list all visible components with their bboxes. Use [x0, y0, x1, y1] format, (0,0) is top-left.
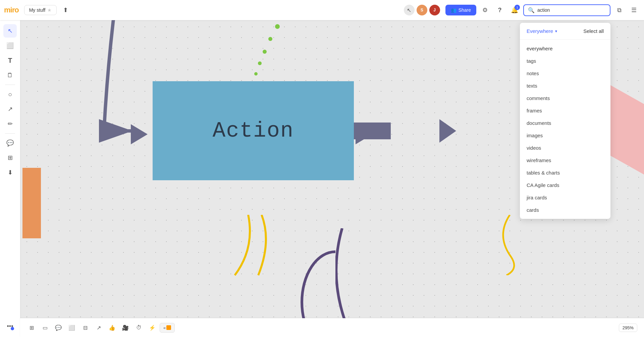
share-icon: 👥: [451, 7, 457, 13]
tool-frame[interactable]: ⊞: [3, 151, 17, 164]
my-stuff-button[interactable]: My stuff ★: [24, 5, 57, 15]
upload-button[interactable]: ⬆: [59, 4, 71, 16]
search-bar: 🔍: [523, 4, 610, 16]
chevron-down-icon: ▾: [555, 29, 557, 34]
dropdown-item-everywhere[interactable]: everywhere: [520, 42, 610, 55]
video-icon: 🎥: [122, 325, 129, 331]
blue-dot-indicator: [11, 327, 14, 330]
dropdown-list: everywheretagsnotestextscommentsframesdo…: [520, 40, 610, 219]
search-input[interactable]: [537, 7, 604, 13]
action-card: Action: [153, 81, 354, 180]
collapse-button[interactable]: «: [160, 323, 175, 333]
dropdown-header: Everywhere ▾ Select all: [520, 23, 610, 40]
bottom-tool-thumbsup[interactable]: 👍: [106, 322, 118, 334]
sticky-note-icon: 🗒: [7, 72, 13, 79]
bottom-tool-frame-view[interactable]: ▭: [39, 322, 51, 334]
purple-arc-2: [335, 228, 386, 322]
cursor-avatar: ↖: [404, 5, 415, 15]
bottom-tool-comment[interactable]: 💬: [52, 322, 64, 334]
tool-arrow[interactable]: ↗: [3, 102, 17, 116]
search-icon: 🔍: [528, 7, 535, 13]
bottom-tool-sticky[interactable]: ⬜: [66, 322, 78, 334]
filter-icon: ⧉: [617, 7, 622, 14]
tool-separator-2: [5, 133, 15, 134]
yellow-lines: [228, 215, 295, 282]
star-icon: ★: [47, 7, 52, 13]
avatar-group: ↖ S J: [404, 5, 440, 15]
dropdown-item-wireframes[interactable]: wireframes: [520, 154, 610, 166]
bottom-toolbar: ⊞ ▭ 💬 ⬜ ⊟ ↗ 👍 🎥 ⏱ ⚡ « 295%: [20, 318, 644, 337]
tool-comment[interactable]: 💬: [3, 136, 17, 150]
everywhere-button[interactable]: Everywhere ▾: [527, 28, 557, 34]
lightning-icon: ⚡: [149, 325, 156, 331]
select-all-button[interactable]: Select all: [583, 28, 604, 34]
help-icon: ?: [498, 7, 502, 14]
arrow-left: [131, 124, 148, 144]
bottom-tool-video[interactable]: 🎥: [119, 322, 131, 334]
svg-marker-2: [439, 119, 456, 143]
dropdown-item-comments[interactable]: comments: [520, 92, 610, 104]
bottom-tool-timer[interactable]: ⏱: [133, 322, 145, 334]
dropdown-item-tables-charts[interactable]: tables & charts: [520, 166, 610, 179]
help-button[interactable]: ?: [494, 4, 506, 16]
dropdown-item-ca-agile-cards[interactable]: CA Agile cards: [520, 179, 610, 191]
zoom-level: 295%: [619, 324, 637, 332]
bottom-tool-table[interactable]: ⊟: [79, 322, 91, 334]
arrow-right: [356, 124, 372, 144]
collapse-indicator: [166, 325, 171, 330]
tool-separator: [5, 85, 15, 85]
green-dot: [275, 24, 280, 29]
grid-icon: ☰: [631, 6, 637, 14]
cursor-icon: ↖: [8, 27, 13, 35]
share-label: Share: [459, 7, 471, 13]
orange-rect: [22, 168, 41, 238]
green-dot: [254, 72, 258, 76]
dropdown-item-texts[interactable]: texts: [520, 80, 610, 92]
filter-button[interactable]: ⧉: [613, 4, 625, 16]
notifications-button[interactable]: 🔔 1: [508, 4, 521, 16]
dropdown-item-frames[interactable]: frames: [520, 104, 610, 117]
arrow-icon: ↗: [8, 105, 13, 113]
dropdown-item-cards[interactable]: cards: [520, 204, 610, 216]
share-button[interactable]: 👥 Share: [445, 5, 476, 15]
bottom-tool-lightning[interactable]: ⚡: [146, 322, 158, 334]
avatar-s: S: [417, 5, 427, 15]
action-card-text: Action: [213, 119, 294, 143]
dropdown-item-jira-cards[interactable]: jira cards: [520, 191, 610, 204]
timer-icon: ⏱: [136, 325, 142, 331]
left-toolbar: ↖ ⬜ T 🗒 ○ ↗ ✏ 💬 ⊞ ⬇ •••: [0, 20, 20, 337]
pen-icon: ✏: [8, 120, 13, 128]
tool-text[interactable]: T: [3, 54, 17, 67]
tool-more[interactable]: •••: [3, 320, 17, 333]
tool-cursor[interactable]: ↖: [3, 24, 17, 38]
tool-monitor[interactable]: ⬜: [3, 39, 17, 52]
dropdown-item-documents[interactable]: documents: [520, 117, 610, 129]
more-container: •••: [3, 320, 17, 333]
tool-import[interactable]: ⬇: [3, 166, 17, 179]
green-dot: [268, 37, 272, 41]
navbar: miro My stuff ★ ⬆ ↖ S J 👥 Share ⚙ ? 🔔 1 …: [0, 0, 644, 20]
grid-view-button[interactable]: ☰: [628, 4, 640, 16]
settings-button[interactable]: ⚙: [479, 4, 491, 16]
tool-sticky-note[interactable]: 🗒: [3, 68, 17, 82]
settings-icon: ⚙: [482, 6, 488, 14]
shape-icon: ○: [8, 91, 12, 98]
dropdown-item-videos[interactable]: videos: [520, 142, 610, 154]
dropdown-item-tags[interactable]: tags: [520, 55, 610, 67]
frame-icon: ⊞: [8, 154, 13, 161]
dropdown-item-notes[interactable]: notes: [520, 67, 610, 80]
comment-bottom-icon: 💬: [55, 325, 62, 331]
export-icon: ↗: [97, 325, 101, 331]
tool-pen[interactable]: ✏: [3, 117, 17, 131]
bottom-tool-grid[interactable]: ⊞: [25, 322, 38, 334]
avatar-j: J: [429, 5, 440, 15]
tool-shape[interactable]: ○: [3, 88, 17, 101]
green-dot: [263, 50, 267, 54]
bottom-tool-export[interactable]: ↗: [93, 322, 105, 334]
monitor-icon: ⬜: [6, 42, 14, 49]
arrow-right-far-svg: [439, 119, 466, 143]
dropdown-item-images[interactable]: images: [520, 129, 610, 142]
sticky-bottom-icon: ⬜: [68, 325, 75, 331]
my-stuff-label: My stuff: [29, 7, 46, 13]
yellow-squiggle: [493, 215, 527, 275]
